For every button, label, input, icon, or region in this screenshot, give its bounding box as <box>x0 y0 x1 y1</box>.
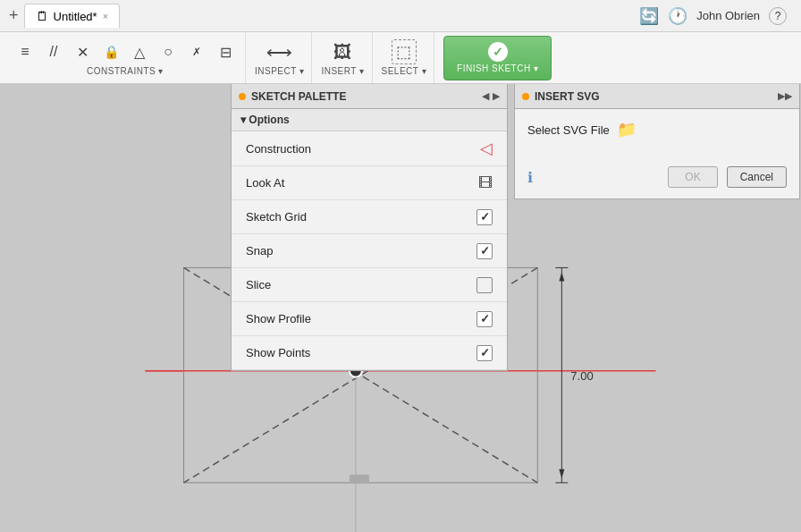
insert-svg-collapse-button[interactable]: ▶▶ <box>778 90 792 102</box>
show-points-label: Show Points <box>246 346 310 359</box>
insert-svg-panel: INSERT SVG ▶▶ Select SVG File 📁 ℹ OK Can… <box>514 84 800 199</box>
show-profile-row: Show Profile <box>232 302 507 336</box>
ok-button[interactable]: OK <box>668 166 717 188</box>
history-icon[interactable]: 🔄 <box>639 6 659 26</box>
sketch-palette-collapse-button[interactable]: ◀ ▶ <box>482 90 500 102</box>
toolbar: ≡ // ✕ 🔒 △ ○ ✗ ⊟ CONSTRAINTS ▾ ⟷ INSPECT… <box>0 32 801 84</box>
parallel-icon[interactable]: ≡ <box>13 39 38 64</box>
main-area: 7.00 FRONT <box>0 84 801 532</box>
finish-sketch-label: FINISH SKETCH ▾ <box>457 63 538 73</box>
insert-image-icon[interactable]: 🖼 <box>330 39 355 64</box>
cancel-button[interactable]: Cancel <box>727 166 787 188</box>
construction-row: Construction ◁ <box>232 131 507 166</box>
options-section-title: ▾ Options <box>240 114 290 126</box>
insert-label[interactable]: INSERT ▾ <box>321 66 364 76</box>
inspect-icons: ⟷ <box>267 39 292 64</box>
show-points-checkbox[interactable] <box>476 345 493 361</box>
look-at-row: Look At 🎞 <box>232 166 507 200</box>
slice-label: Slice <box>246 278 271 291</box>
title-bar-right: 🔄 🕐 John Obrien ? <box>625 6 801 26</box>
sketch-palette-title: SKETCH PALETTE <box>239 90 346 103</box>
insert-group: 🖼 INSERT ▾ <box>314 32 372 83</box>
show-profile-checkbox[interactable] <box>476 311 493 327</box>
insert-svg-title-text: INSERT SVG <box>535 90 600 103</box>
finish-sketch-check-icon <box>488 42 508 62</box>
select-text: SELECT ▾ <box>382 66 427 76</box>
user-label: John Obrien <box>696 9 760 22</box>
panel-dot-icon <box>239 93 246 100</box>
help-button[interactable]: ? <box>769 7 787 25</box>
measure-icon[interactable]: ⟷ <box>267 39 292 64</box>
right-arrow-icon: ▶ <box>493 90 500 102</box>
sketch-grid-row: Sketch Grid <box>232 200 507 234</box>
sketch-grid-label: Sketch Grid <box>246 210 307 224</box>
svg-text:7.00: 7.00 <box>570 369 593 383</box>
show-points-row: Show Points <box>232 336 507 370</box>
midpoint-icon[interactable]: △ <box>127 39 152 64</box>
left-arrow-icon: ◀ <box>482 90 489 102</box>
construction-icon[interactable]: ◁ <box>480 139 493 158</box>
insert-text: INSERT ▾ <box>321 66 364 76</box>
insert-svg-header: INSERT SVG ▶▶ <box>515 84 799 109</box>
constraints-text: CONSTRAINTS ▾ <box>87 66 164 76</box>
insert-svg-title: INSERT SVG <box>522 90 600 103</box>
new-tab-button[interactable]: + <box>9 6 19 25</box>
concentric-icon[interactable]: ○ <box>156 39 181 64</box>
insert-icons: 🖼 <box>330 39 355 64</box>
sketch-palette-title-text: SKETCH PALETTE <box>251 90 346 103</box>
select-svg-row: Select SVG File 📁 <box>527 120 787 139</box>
folder-icon[interactable]: 📁 <box>617 120 637 139</box>
tab-close-button[interactable]: × <box>103 11 108 21</box>
inspect-text: INSPECT ▾ <box>255 66 304 76</box>
insert-svg-expand-icon: ▶▶ <box>778 90 792 102</box>
tab-icon: 🗒 <box>36 9 48 23</box>
sketch-palette-header: SKETCH PALETTE ◀ ▶ <box>232 84 507 109</box>
snap-label: Snap <box>246 244 273 258</box>
select-box-icon[interactable]: ⬚ <box>392 39 417 64</box>
title-bar: + 🗒 Untitled* × 🔄 🕐 John Obrien ? <box>0 0 801 32</box>
tab-title: Untitled* <box>54 10 97 23</box>
options-section-header[interactable]: ▾ Options <box>232 109 507 131</box>
look-at-label: Look At <box>246 176 284 190</box>
construction-label: Construction <box>246 142 311 156</box>
select-svg-label: Select SVG File <box>527 123 610 137</box>
svg-rect-15 <box>350 475 369 484</box>
show-profile-label: Show Profile <box>246 312 311 325</box>
symmetry-icon[interactable]: ⊟ <box>213 39 238 64</box>
constraints-group: ≡ // ✕ 🔒 △ ○ ✗ ⊟ CONSTRAINTS ▾ <box>5 32 246 83</box>
constraints-label[interactable]: CONSTRAINTS ▾ <box>87 66 164 76</box>
snap-row: Snap <box>232 234 507 268</box>
constraints-icons: ≡ // ✕ 🔒 △ ○ ✗ ⊟ <box>13 39 238 64</box>
info-icon: ℹ <box>527 169 533 186</box>
lock-icon[interactable]: 🔒 <box>98 39 123 64</box>
collinear-icon[interactable]: // <box>41 39 66 64</box>
inspect-group: ⟷ INSPECT ▾ <box>248 32 312 83</box>
slice-row: Slice <box>232 268 507 302</box>
select-label[interactable]: SELECT ▾ <box>382 66 427 76</box>
clock-icon[interactable]: 🕐 <box>668 6 687 26</box>
select-icons: ⬚ <box>392 39 417 64</box>
slice-checkbox[interactable] <box>476 277 493 293</box>
select-group: ⬚ SELECT ▾ <box>375 32 435 83</box>
equal-icon[interactable]: ✗ <box>184 39 209 64</box>
sketch-palette-panel: SKETCH PALETTE ◀ ▶ ▾ Options Constructio… <box>231 84 508 371</box>
sketch-grid-checkbox[interactable] <box>476 209 493 225</box>
inspect-label[interactable]: INSPECT ▾ <box>255 66 304 76</box>
finish-sketch-button[interactable]: FINISH SKETCH ▾ <box>443 36 552 80</box>
finish-sketch-group: FINISH SKETCH ▾ <box>436 32 559 83</box>
tab-untitled[interactable]: 🗒 Untitled* × <box>24 4 121 28</box>
snap-checkbox[interactable] <box>476 243 493 259</box>
title-bar-left: + 🗒 Untitled* × <box>0 4 129 28</box>
perpendicular-icon[interactable]: ✕ <box>70 39 95 64</box>
insert-svg-actions: ℹ OK Cancel <box>527 166 787 188</box>
look-at-icon[interactable]: 🎞 <box>478 175 493 191</box>
insert-svg-dot-icon <box>522 93 529 100</box>
insert-svg-content: Select SVG File 📁 ℹ OK Cancel <box>515 109 799 198</box>
